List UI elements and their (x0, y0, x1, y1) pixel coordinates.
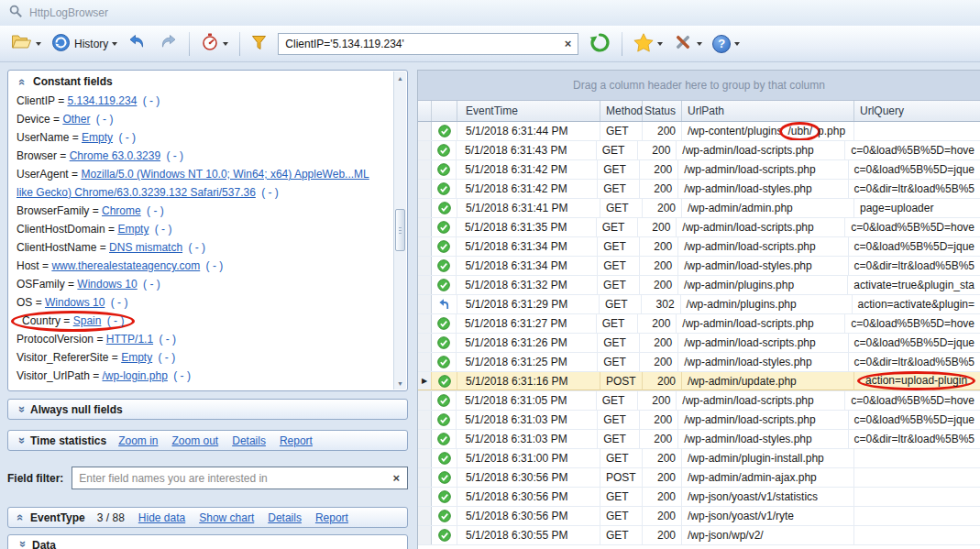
cell-urlquery (854, 507, 980, 525)
field-value-link[interactable]: Chrome 63.0.3239 (70, 149, 160, 162)
log-row[interactable]: ▶5/1/2018 6:31:16 PMPOST200/wp-admin/upd… (418, 372, 980, 391)
cell-eventtime: 5/1/2018 6:31:29 PM (457, 295, 600, 313)
redo-button[interactable] (154, 31, 182, 56)
refresh-button[interactable] (586, 29, 614, 59)
scroll-down-icon[interactable]: ▼ (394, 377, 406, 390)
cell-eventtime: 5/1/2018 6:31:34 PM (457, 237, 598, 256)
scroll-up-icon[interactable]: ▲ (394, 71, 406, 84)
log-row[interactable]: 5/1/2018 6:31:27 PMGET200/wp-admin/load-… (418, 314, 980, 334)
field-value-link[interactable]: /wp-login.php (103, 369, 168, 382)
field-exclude-link[interactable]: ( - ) (144, 204, 164, 217)
field-value-link[interactable]: Windows 10 (77, 278, 137, 291)
group-by-bar[interactable]: Drag a column header here to group by th… (418, 71, 980, 101)
column-header-eventtime[interactable]: EventTime (457, 101, 600, 121)
scrollbar-thumb[interactable] (395, 209, 405, 251)
log-row[interactable]: 5/1/2018 6:31:29 PMGET302/wp-admin/plugi… (418, 295, 980, 314)
log-row[interactable]: 5/1/2018 6:31:26 PMGET200/wp-admin/load-… (418, 334, 980, 353)
filter-expression-input[interactable] (285, 38, 561, 50)
zoom-out-link[interactable]: Zoom out (172, 434, 219, 447)
log-row[interactable]: 5/1/2018 6:31:03 PMGET200/wp-admin/load-… (418, 430, 980, 449)
cell-eventtime: 5/1/2018 6:31:44 PM (457, 122, 600, 140)
left-panel-scrollbar[interactable]: ▲ ▼ (393, 71, 406, 390)
column-header-method[interactable]: Method (600, 101, 643, 121)
column-header-urlpath[interactable]: UrlPath (682, 101, 854, 121)
field-exclude-link[interactable]: ( - ) (93, 113, 113, 126)
field-exclude-link[interactable]: ( - ) (140, 278, 160, 291)
collapse-chevron-icon[interactable]: « (16, 511, 26, 523)
column-header-urlquery[interactable]: UrlQuery (854, 101, 980, 121)
log-row[interactable]: 5/1/2018 6:30:56 PMGET200/wp-json/yoast/… (418, 507, 980, 526)
filter-button[interactable] (248, 32, 270, 56)
tools-button[interactable] (669, 29, 706, 58)
collapse-chevron-icon[interactable]: « (17, 76, 28, 88)
success-icon (432, 468, 457, 487)
undo-button[interactable] (124, 31, 151, 56)
field-value-link[interactable]: Empty (82, 131, 113, 144)
field-value-link[interactable]: 5.134.119.234 (68, 94, 138, 107)
field-exclude-link[interactable]: ( - ) (116, 131, 136, 144)
expand-chevron-icon[interactable]: « (16, 434, 26, 446)
equals-sign: = (57, 149, 70, 162)
cell-urlpath: /wp-admin/load-scripts.php (678, 237, 848, 256)
help-button[interactable]: ? (709, 32, 743, 56)
log-row[interactable]: 5/1/2018 6:31:34 PMGET200/wp-admin/load-… (418, 237, 980, 257)
log-row[interactable]: 5/1/2018 6:31:00 PMGET200/wp-admin/plugi… (418, 449, 980, 468)
field-filter-input[interactable] (79, 472, 390, 485)
field-value-link[interactable]: HTTP/1.1 (106, 333, 153, 346)
expand-chevron-icon[interactable]: « (17, 538, 27, 549)
report-link[interactable]: Report (280, 434, 313, 447)
field-value-link[interactable]: Other (62, 113, 90, 126)
field-value-link[interactable]: Spain (73, 314, 102, 327)
log-row[interactable]: 5/1/2018 6:30:56 PMPOST200/wp-admin/admi… (418, 468, 980, 488)
field-exclude-link[interactable]: ( - ) (107, 296, 127, 309)
show-chart-link[interactable]: Show chart (199, 511, 254, 524)
log-row[interactable]: 5/1/2018 6:30:55 PMGET200/wp-json/wp/v2/ (418, 526, 980, 545)
field-exclude-link[interactable]: ( - ) (139, 94, 160, 107)
equals-sign: = (65, 278, 78, 291)
field-exclude-link[interactable]: ( - ) (151, 223, 171, 236)
field-value-link[interactable]: Empty (117, 223, 149, 236)
details-link[interactable]: Details (268, 511, 302, 524)
field-exclude-link[interactable]: ( - ) (185, 241, 205, 254)
log-row[interactable]: 5/1/2018 6:31:41 PMGET200/wp-admin/admin… (418, 199, 980, 218)
clear-filter-icon[interactable]: × (562, 37, 575, 50)
field-value-link[interactable]: DNS mismatch (109, 241, 182, 254)
log-row[interactable]: 5/1/2018 6:31:35 PMGET200/wp-admin/load-… (418, 218, 980, 237)
success-icon (432, 411, 457, 429)
cell-urlquery: c=0&load%5B%5D=jque (849, 160, 980, 179)
field-value-link[interactable]: Chrome (102, 204, 141, 217)
log-row[interactable]: 5/1/2018 6:31:42 PMGET200/wp-admin/load-… (418, 180, 980, 199)
field-value-link[interactable]: Windows 10 (45, 296, 105, 309)
report-link[interactable]: Report (315, 511, 348, 524)
log-row[interactable]: 5/1/2018 6:31:25 PMGET200/wp-admin/load-… (418, 353, 980, 372)
field-exclude-link[interactable]: ( - ) (259, 186, 279, 199)
expand-chevron-icon[interactable]: « (16, 403, 26, 415)
clear-field-filter-icon[interactable]: × (390, 471, 402, 485)
refresh-icon (589, 32, 611, 56)
log-row[interactable]: 5/1/2018 6:31:44 PMGET200/wp-content/plu… (418, 122, 980, 141)
open-log-button[interactable] (7, 31, 45, 56)
column-header-status[interactable]: Status (643, 101, 682, 121)
field-value-link[interactable]: www.therealestateagency.com (51, 259, 200, 272)
log-row[interactable]: 5/1/2018 6:31:05 PMGET200/wp-admin/load-… (418, 391, 980, 411)
log-row[interactable]: 5/1/2018 6:30:56 PMGET200/wp-json/yoast/… (418, 488, 980, 507)
log-row[interactable]: 5/1/2018 6:31:03 PMGET200/wp-admin/load-… (418, 411, 980, 430)
log-row[interactable]: 5/1/2018 6:31:42 PMGET200/wp-admin/load-… (418, 160, 980, 180)
field-exclude-link[interactable]: ( - ) (104, 314, 124, 327)
history-button[interactable]: History (48, 30, 121, 58)
field-value-link[interactable]: Empty (121, 351, 152, 364)
field-exclude-link[interactable]: ( - ) (203, 259, 223, 272)
log-row[interactable]: 5/1/2018 6:31:43 PMGET200/wp-admin/load-… (418, 141, 980, 160)
log-row[interactable]: 5/1/2018 6:31:34 PMGET200/wp-admin/load-… (418, 257, 980, 276)
time-filter-button[interactable] (197, 30, 232, 57)
zoom-in-link[interactable]: Zoom in (118, 434, 158, 447)
field-exclude-link[interactable]: ( - ) (156, 333, 176, 346)
log-row[interactable]: 5/1/2018 6:31:32 PMGET200/wp-admin/plugi… (418, 276, 980, 295)
hide-data-link[interactable]: Hide data (138, 511, 185, 524)
field-exclude-link[interactable]: ( - ) (171, 369, 191, 382)
field-exclude-link[interactable]: ( - ) (163, 149, 183, 162)
favorites-button[interactable] (630, 30, 666, 58)
details-link[interactable]: Details (232, 434, 266, 447)
field-exclude-link[interactable]: ( - ) (155, 351, 175, 364)
field-ClientHostName: ClientHostName = DNS mismatch ( - ) (17, 238, 387, 257)
